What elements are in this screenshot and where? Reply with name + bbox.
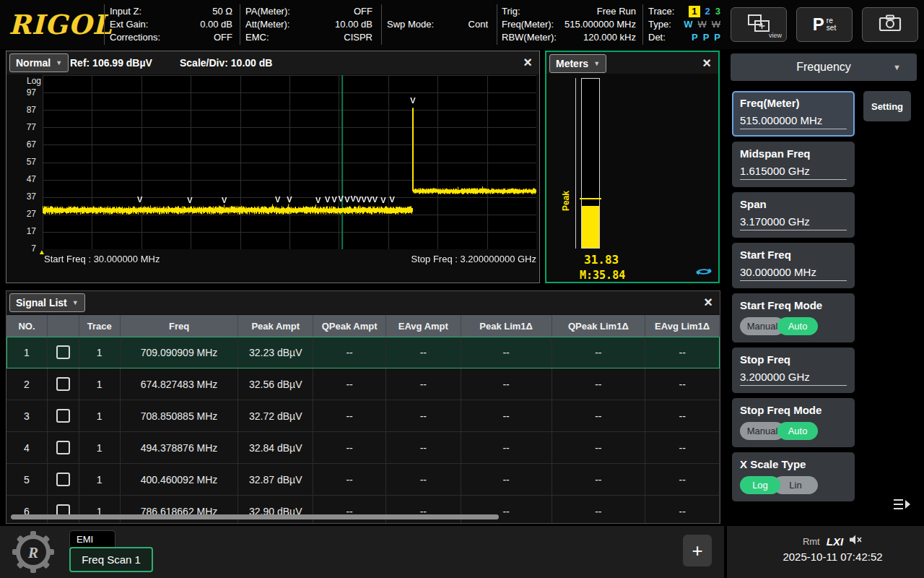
column-header[interactable]: Trace (79, 315, 121, 337)
y-tick-label: 37 (27, 191, 36, 202)
mode-tab-emi[interactable]: EMI (69, 530, 116, 547)
signal-row[interactable]: 51400.460092 MHz32.87 dBµV---------- (6, 464, 720, 496)
signal-row[interactable]: 61786.618662 MHz32.90 dBµV---------- (6, 496, 720, 524)
sweep-mode-section: Swp Mode:Cont (387, 6, 488, 43)
menu-title-dropdown[interactable]: Frequency ▼ (731, 53, 917, 81)
cell: 32.23 dBµV (238, 337, 313, 368)
status-label: Swp Mode: (387, 19, 434, 30)
cell: 494.378876 MHz (121, 432, 239, 463)
signal-row[interactable]: 11709.090909 MHz32.23 dBµV---------- (6, 337, 720, 368)
horizontal-scrollbar[interactable] (11, 514, 499, 519)
cell: 1 (6, 337, 48, 368)
refresh-icon[interactable] (695, 266, 712, 279)
chevron-down-icon: ▼ (593, 60, 600, 67)
menu-item-value[interactable]: 3.200000 GHz (740, 371, 847, 386)
cell: 3 (6, 400, 48, 431)
lxi-logo: LXI (827, 535, 843, 548)
screenshot-button[interactable] (862, 7, 918, 42)
menu-item-freq-meter-[interactable]: Freq(Meter)515.000000 MHz (732, 91, 855, 137)
close-icon[interactable]: × (702, 54, 711, 72)
toggle-option-auto[interactable]: Auto (777, 317, 818, 335)
trace-label: Trace: (648, 6, 674, 17)
start-freq-label: Start Freq : 30.000000 MHz (44, 254, 160, 264)
sidebar-items: Freq(Meter)515.000000 MHzMidspan Freq1.6… (732, 91, 855, 501)
menu-item-value[interactable]: 30.000000 MHz (740, 266, 847, 281)
mode-toggle: LogLin (740, 476, 847, 494)
cell: -- (552, 464, 646, 495)
trace-mode-dropdown[interactable]: Normal ▼ (9, 53, 69, 72)
menu-item-midspan-freq[interactable]: Midspan Freq1.615000 GHz (732, 142, 855, 187)
column-header[interactable]: Freq (121, 315, 239, 337)
trace-3-detector: P (714, 32, 720, 43)
system-utility-icon[interactable]: R (12, 530, 55, 574)
status-field: RBW(Meter):120.000 kHz (502, 32, 636, 43)
meters-dropdown[interactable]: Meters ▼ (549, 54, 606, 73)
menu-item-value[interactable]: 1.615000 GHz (740, 165, 847, 180)
menu-item-stop-freq-mode[interactable]: Stop Freq ModeManualAuto (732, 398, 855, 447)
cell: -- (645, 496, 720, 524)
column-header[interactable]: EAvg Lim1Δ (645, 315, 720, 337)
preset-button[interactable]: P re set (796, 7, 853, 42)
menu-item-x-scale-type[interactable]: X Scale TypeLogLin (732, 452, 855, 501)
status-field: Ext Gain:0.00 dB (110, 19, 232, 30)
trace-2-badge[interactable]: 2 (705, 6, 710, 17)
row-checkbox[interactable] (56, 473, 70, 486)
cell: -- (461, 464, 552, 495)
speaker-muted-icon[interactable] (850, 535, 863, 548)
column-header[interactable]: QPeak Ampt (313, 315, 386, 337)
menu-item-value[interactable]: 3.170000 GHz (740, 215, 847, 230)
column-header[interactable] (48, 315, 79, 337)
column-header[interactable]: NO. (6, 315, 48, 337)
column-header[interactable]: Peak Lim1Δ (461, 315, 552, 337)
signal-list-dropdown[interactable]: Signal List ▼ (9, 293, 85, 312)
menu-expand-icon[interactable] (892, 497, 911, 514)
trace-1-type: W (684, 19, 692, 30)
column-header[interactable]: EAvg Ampt (386, 315, 461, 337)
add-task-button[interactable]: + (683, 535, 712, 566)
meter-bar-fill (582, 206, 599, 248)
menu-item-start-freq[interactable]: Start Freq30.000000 MHz (732, 243, 855, 288)
setting-tab[interactable]: Setting (863, 91, 911, 121)
column-header[interactable]: Peak Ampt (238, 315, 313, 337)
multi-view-button[interactable]: view (731, 7, 787, 42)
menu-item-start-freq-mode[interactable]: Start Freq ModeManualAuto (732, 293, 855, 342)
status-label: PA(Meter): (245, 6, 290, 17)
cell: -- (386, 496, 461, 524)
toggle-option-log[interactable]: Log (740, 476, 780, 494)
signal-row[interactable]: 31708.850885 MHz32.72 dBµV---------- (6, 400, 720, 432)
cell: 674.827483 MHz (121, 368, 239, 400)
menu-item-span[interactable]: Span3.170000 GHz (732, 192, 855, 238)
close-icon[interactable]: × (704, 293, 712, 311)
trace-1-badge[interactable]: 1 (689, 6, 699, 17)
divider (642, 4, 643, 45)
y-tick-label: 7 (31, 243, 36, 254)
status-clock-bar: Rmt LXI 2025-10-11 07:42:52 (727, 526, 924, 578)
status-label: Input Z: (110, 6, 141, 17)
close-icon[interactable]: × (523, 53, 532, 71)
freq-scan-task-button[interactable]: Freq Scan 1 (69, 547, 153, 572)
toggle-option-auto[interactable]: Auto (777, 422, 818, 440)
divider (497, 4, 497, 45)
cell: -- (552, 368, 646, 400)
menu-item-stop-freq[interactable]: Stop Freq3.200000 GHz (732, 348, 855, 393)
row-checkbox[interactable] (56, 441, 70, 454)
cell (48, 368, 79, 400)
trace-3-badge[interactable]: 3 (715, 6, 720, 17)
cell: 1 (79, 400, 121, 431)
status-value: OFF (354, 6, 372, 17)
cell: 32.56 dBµV (238, 368, 313, 400)
mode-toggle: ManualAuto (740, 422, 847, 440)
chevron-down-icon: ▼ (56, 59, 62, 66)
cell: -- (313, 400, 386, 431)
cell (48, 464, 79, 495)
signal-table: NO.TraceFreqPeak AmptQPeak AmptEAvg Ampt… (6, 315, 720, 524)
row-checkbox[interactable] (56, 377, 70, 391)
row-checkbox[interactable] (56, 409, 70, 423)
signal-row[interactable]: 21674.827483 MHz32.56 dBµV---------- (6, 368, 720, 400)
menu-item-value[interactable]: 515.000000 MHz (740, 114, 847, 129)
column-header[interactable]: QPeak Lim1Δ (552, 315, 646, 337)
row-checkbox[interactable] (56, 345, 70, 359)
signal-row[interactable]: 41494.378876 MHz32.84 dBµV---------- (6, 432, 720, 464)
cell: 786.618662 MHz (121, 496, 239, 524)
menu-title: Frequency (796, 61, 851, 74)
